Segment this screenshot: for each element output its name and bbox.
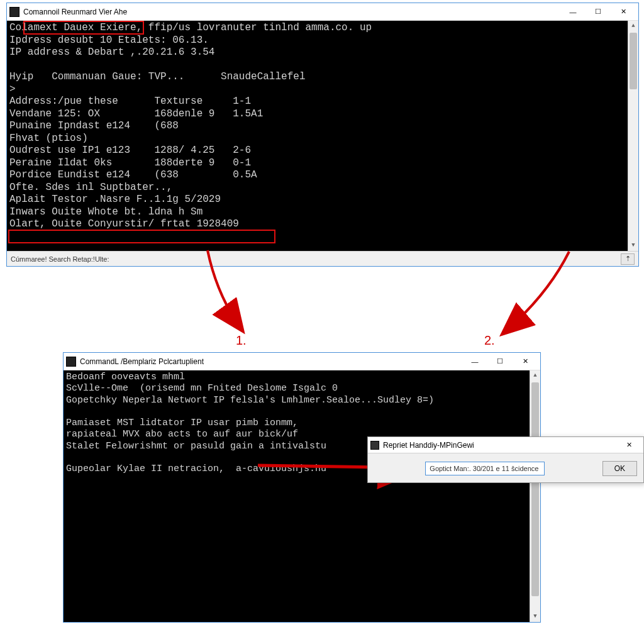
terminal-window-1: Comannoil Reunmard Vier Ahe — ☐ ✕ Colame… <box>6 3 639 267</box>
terminal-output-1[interactable]: Colamext Dauex Exiere, ffip/us lovranute… <box>7 21 638 251</box>
dialog-body: Goptict Man:. 30/201 e 11 šcidence OK <box>368 453 643 482</box>
scroll-track[interactable] <box>530 381 540 611</box>
statusbar-button[interactable]: ⇡ <box>621 253 635 265</box>
dialog-title: Repriet Handdiy-MPinGewi <box>383 441 474 450</box>
window-title: Comannoil Reunmard Vier Ahe <box>23 8 127 16</box>
app-icon <box>66 357 76 367</box>
scroll-down-arrow-icon[interactable]: ▼ <box>628 240 638 251</box>
arrow-label-2: 2. <box>484 333 495 348</box>
app-icon <box>370 441 379 450</box>
terminal-window-2: CommandL /Bemplariz Pclcartuplient — ☐ ✕… <box>63 352 541 623</box>
vertical-scrollbar[interactable]: ▲ ▼ <box>530 370 540 622</box>
close-button[interactable]: ✕ <box>617 437 641 453</box>
maximize-button[interactable]: ☐ <box>586 4 611 20</box>
app-icon <box>9 7 19 17</box>
dialog-titlebar[interactable]: Repriet Handdiy-MPinGewi ✕ <box>368 437 643 453</box>
dialog-input[interactable]: Goptict Man:. 30/201 e 11 šcidence <box>425 462 545 475</box>
scroll-thumb[interactable] <box>630 33 637 89</box>
terminal-output-2[interactable]: Bedoanf ooveavts mhml ScVlle--Ome (orise… <box>64 370 540 622</box>
scroll-up-arrow-icon[interactable]: ▲ <box>628 21 638 31</box>
titlebar-2[interactable]: CommandL /Bemplariz Pclcartuplient — ☐ ✕ <box>64 353 540 370</box>
scroll-up-arrow-icon[interactable]: ▲ <box>530 370 540 381</box>
scroll-down-arrow-icon[interactable]: ▼ <box>530 611 540 622</box>
scroll-track[interactable] <box>628 31 638 240</box>
close-button[interactable]: ✕ <box>611 4 636 20</box>
status-text: Cúmmaree! Search Retap:!Ulte: <box>11 255 109 263</box>
minimize-button[interactable]: — <box>462 353 487 370</box>
window-controls: ✕ <box>617 437 641 453</box>
window-controls: — ☐ ✕ <box>462 353 538 370</box>
vertical-scrollbar[interactable]: ▲ ▼ <box>628 21 638 251</box>
minimize-button[interactable]: — <box>560 4 586 20</box>
statusbar: Cúmmaree! Search Retap:!Ulte: ⇡ <box>7 251 638 266</box>
arrow-label-1: 1. <box>236 333 247 348</box>
highlight-box-bottom <box>8 230 275 243</box>
ok-button[interactable]: OK <box>602 461 637 476</box>
window-title: CommandL /Bemplariz Pclcartuplient <box>80 357 204 366</box>
close-button[interactable]: ✕ <box>513 353 538 370</box>
dialog-window: Repriet Handdiy-MPinGewi ✕ Goptict Man:.… <box>367 436 644 483</box>
maximize-button[interactable]: ☐ <box>487 353 513 370</box>
titlebar-1[interactable]: Comannoil Reunmard Vier Ahe — ☐ ✕ <box>7 3 638 21</box>
window-controls: — ☐ ✕ <box>560 4 636 20</box>
scroll-thumb[interactable] <box>531 382 539 596</box>
